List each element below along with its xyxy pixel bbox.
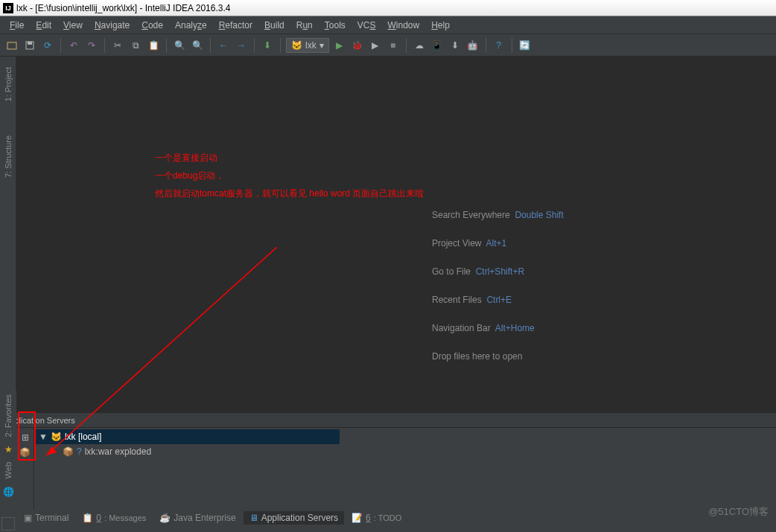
tool-window-toggle[interactable] <box>1 517 15 531</box>
menu-help[interactable]: Help <box>426 19 455 32</box>
run-config-selector[interactable]: 🐱 lxk ▾ <box>286 38 329 53</box>
help-icon[interactable]: ? <box>492 38 506 53</box>
expand-icon[interactable]: ▼ <box>39 432 48 442</box>
javaee-icon: ☕ <box>159 513 171 523</box>
server-artifact-icon[interactable]: 📦 <box>19 447 31 458</box>
app-servers-header[interactable]: Application Servers <box>0 413 776 428</box>
watermark: @51CTO博客 <box>708 505 769 519</box>
server-tree: ▼ 🐱 lxk [local] 📦 ? lxk:war exploded <box>34 428 776 510</box>
tab-java-ee[interactable]: ☕Java Enterprise <box>153 511 241 525</box>
globe-icon: 🌐 <box>3 487 14 497</box>
menu-edit[interactable]: Edit <box>31 19 57 32</box>
empty-editor-hints: Search Everywhere Double Shift Project V… <box>432 201 564 371</box>
avd-icon[interactable]: 📱 <box>430 38 445 53</box>
menu-navigate[interactable]: Navigate <box>89 19 135 32</box>
title-app: IntelliJ IDEA 2016.3.4 <box>145 3 231 13</box>
save-icon[interactable] <box>22 38 37 53</box>
project-tool-button[interactable]: 1: Project <box>4 61 13 107</box>
menu-run[interactable]: Run <box>291 19 318 32</box>
app-icon: IJ <box>3 3 13 13</box>
back-icon[interactable]: ← <box>216 38 231 53</box>
bottom-tabs: ▣Terminal 📋0: Messages ☕Java Enterprise … <box>0 509 776 525</box>
tab-app-servers[interactable]: 🖥Application Servers <box>244 511 344 525</box>
server-artifact-item[interactable]: 📦 ? lxk:war exploded <box>34 444 776 459</box>
title-bar: IJ lxk - [E:\fusion\intellij_work\lxk] -… <box>0 0 776 16</box>
structure-tool-button[interactable]: 7: Structure <box>4 129 13 184</box>
cloud-icon[interactable]: ☁ <box>412 38 427 53</box>
coverage-icon[interactable]: ▶ <box>368 38 383 53</box>
run-config-label: lxk <box>305 40 317 51</box>
stop-icon[interactable]: ■ <box>386 38 401 53</box>
tab-messages[interactable]: 📋0: Messages <box>76 511 152 525</box>
server-label: lxk [local] <box>65 432 101 442</box>
build-icon[interactable]: ⬇ <box>260 38 275 53</box>
ddms-icon[interactable]: 🤖 <box>465 38 480 53</box>
jrebel-icon[interactable]: 🔄 <box>518 38 532 53</box>
undo-icon[interactable]: ↶ <box>66 38 81 53</box>
web-tool-button[interactable]: Web <box>4 458 13 483</box>
server-item-lxk[interactable]: ▼ 🐱 lxk [local] <box>34 429 340 444</box>
menu-view[interactable]: View <box>58 19 88 32</box>
menu-analyze[interactable]: Analyze <box>170 19 212 32</box>
menu-refactor[interactable]: Refactor <box>214 19 258 32</box>
left-gutter: 1: Project 7: Structure <box>0 57 16 412</box>
menu-build[interactable]: Build <box>259 19 290 32</box>
tomcat-icon: 🐱 <box>291 40 302 51</box>
redo-icon[interactable]: ↷ <box>84 38 99 53</box>
todo-icon: 📝 <box>352 513 363 523</box>
paste-icon[interactable]: 📋 <box>146 38 161 53</box>
debug-icon[interactable]: 🐞 <box>350 38 365 53</box>
menu-bar: File Edit View Navigate Code Analyze Ref… <box>0 16 776 34</box>
annotation-text: 一个是直接启动 一个debug启动， 然后就启动tomcat服务器，就可以看见 … <box>155 149 424 202</box>
tab-terminal[interactable]: ▣Terminal <box>18 511 74 525</box>
run-icon[interactable]: ▶ <box>332 38 347 53</box>
sync-icon[interactable]: ⟳ <box>40 38 55 53</box>
copy-icon[interactable]: ⧉ <box>128 38 143 53</box>
forward-icon[interactable]: → <box>234 38 249 53</box>
question-icon: ? <box>77 446 82 457</box>
star-icon: ★ <box>4 444 13 455</box>
title-path: [E:\fusion\intellij_work\lxk] <box>35 3 137 13</box>
chevron-down-icon: ▾ <box>319 40 324 51</box>
tomcat-icon: 🐱 <box>51 432 62 442</box>
messages-icon: 📋 <box>82 513 93 523</box>
servers-icon: 🖥 <box>249 513 258 523</box>
menu-code[interactable]: Code <box>136 19 168 32</box>
title-project: lxk <box>16 3 28 13</box>
favorites-tool-button[interactable]: 2: Favorites <box>4 390 13 441</box>
artifact-icon: 📦 <box>63 446 74 457</box>
open-icon[interactable] <box>4 38 19 53</box>
tab-todo[interactable]: 📝6: TODO <box>346 511 407 525</box>
server-deploy-icon[interactable]: ⊞ <box>22 432 29 443</box>
menu-window[interactable]: Window <box>382 19 424 32</box>
editor-area: 一个是直接启动 一个debug启动， 然后就启动tomcat服务器，就可以看见 … <box>16 57 776 412</box>
cut-icon[interactable]: ✂ <box>110 38 125 53</box>
terminal-icon: ▣ <box>24 513 32 523</box>
menu-file[interactable]: File <box>4 19 29 32</box>
menu-tools[interactable]: Tools <box>319 19 351 32</box>
sdk-icon[interactable]: ⬇ <box>448 38 462 53</box>
find-icon[interactable]: 🔍 <box>172 38 187 53</box>
toolbar: ⟳ ↶ ↷ ✂ ⧉ 📋 🔍 🔍 ← → ⬇ 🐱 lxk ▾ ▶ 🐞 ▶ ■ ☁ … <box>0 34 776 57</box>
menu-vcs[interactable]: VCS <box>352 19 381 32</box>
replace-icon[interactable]: 🔍 <box>190 38 205 53</box>
svg-rect-2 <box>28 42 32 45</box>
artifact-label: lxk:war exploded <box>85 446 151 457</box>
svg-rect-0 <box>7 42 16 49</box>
app-servers-panel: Application Servers ▶ 🐞 ■ ⊞ 📦 ▼ 🐱 lxk [l… <box>0 412 776 509</box>
